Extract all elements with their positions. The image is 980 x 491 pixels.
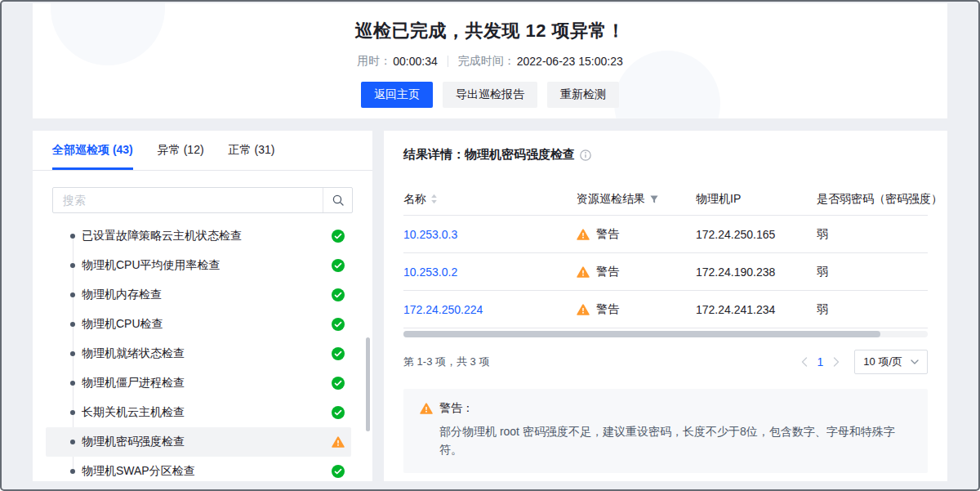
status-warning-icon — [332, 435, 345, 449]
current-page[interactable]: 1 — [817, 355, 824, 368]
export-report-button[interactable]: 导出巡检报告 — [443, 82, 537, 108]
warning-triangle-icon — [420, 402, 433, 415]
vertical-divider — [448, 56, 448, 67]
page-size-select[interactable]: 10 项/页 — [854, 350, 928, 374]
detail-header-label: 结果详情： — [403, 147, 465, 163]
page-size-value: 10 项/页 — [863, 355, 902, 369]
sort-icon[interactable] — [430, 194, 438, 204]
ip-cell: 172.24.241.234 — [696, 303, 817, 316]
tab-all-items[interactable]: 全部巡检项 (43) — [52, 131, 133, 170]
check-item-label: 长期关机云主机检查 — [82, 405, 185, 420]
search-box — [52, 187, 353, 213]
bullet-dot — [70, 381, 75, 386]
vertical-scrollbar[interactable] — [366, 337, 370, 431]
check-item-selected[interactable]: 物理机密码强度检查 — [46, 427, 351, 457]
bullet-dot — [70, 469, 75, 474]
result-detail-panel: 结果详情：物理机密码强度检查 名称 资源巡检结果 物理机IP 是否弱密码（密码强… — [384, 131, 947, 481]
warning-triangle-icon — [577, 266, 590, 279]
status-ok-icon — [332, 230, 345, 243]
filter-icon[interactable] — [649, 194, 659, 204]
status-ok-icon — [332, 288, 345, 301]
status-ok-icon — [332, 318, 345, 331]
check-list: 已设置故障策略云主机状态检查 物理机CPU平均使用率检查 物理机内存检查 物理机… — [33, 221, 372, 481]
bullet-dot — [70, 351, 75, 356]
check-item[interactable]: 物理机内存检查 — [46, 280, 351, 310]
banner-actions: 返回主页 导出巡检报告 重新检测 — [33, 82, 947, 108]
table-header-row: 名称 资源巡检结果 物理机IP 是否弱密码（密码强度） — [403, 183, 928, 216]
duration-label: 用时： — [357, 54, 391, 69]
table-row: 172.24.250.224 警告 172.24.241.234 弱 — [403, 291, 928, 328]
result-text: 警告 — [596, 302, 619, 317]
result-cell: 警告 — [577, 302, 696, 317]
bullet-dot — [70, 440, 75, 444]
status-ok-icon — [332, 406, 345, 419]
tab-abnormal[interactable]: 异常 (12) — [158, 131, 204, 170]
tab-normal[interactable]: 正常 (31) — [229, 131, 275, 170]
check-item-label: 物理机SWAP分区检查 — [82, 464, 195, 479]
check-item-label: 物理机内存检查 — [82, 288, 162, 302]
check-item[interactable]: 物理机SWAP分区检查 — [46, 457, 351, 481]
check-item[interactable]: 物理机CPU检查 — [46, 310, 351, 339]
result-cell: 警告 — [577, 227, 696, 242]
check-list-panel: 全部巡检项 (43) 异常 (12) 正常 (31) 已设置故障策略云主机状态检… — [33, 131, 372, 481]
inspection-result-page: 巡检已完成，共发现 12 项异常！ 用时： 00:00:34 完成时间： 202… — [0, 0, 980, 491]
check-item-label: 物理机密码强度检查 — [82, 435, 185, 449]
check-item-label: 物理机CPU检查 — [82, 317, 163, 332]
bullet-dot — [70, 292, 75, 297]
table-row: 10.253.0.2 警告 172.24.190.238 弱 — [403, 253, 928, 291]
title-suffix: 项异常！ — [546, 20, 626, 41]
bullet-dot — [70, 410, 75, 415]
status-ok-icon — [332, 465, 345, 478]
pagination-summary: 第 1-3 项，共 3 项 — [403, 355, 489, 369]
check-item-label: 物理机CPU平均使用率检查 — [82, 258, 220, 273]
search-input[interactable] — [53, 194, 323, 207]
chevron-right-icon[interactable] — [830, 357, 843, 367]
result-cell: 警告 — [577, 265, 696, 279]
back-home-button[interactable]: 返回主页 — [361, 82, 433, 108]
resource-link[interactable]: 10.253.0.3 — [403, 228, 457, 241]
duration-value: 00:00:34 — [393, 55, 438, 68]
check-item[interactable]: 已设置故障策略云主机状态检查 — [46, 221, 351, 251]
title-prefix: 巡检已完成，共发现 — [354, 20, 525, 41]
summary-banner: 巡检已完成，共发现 12 项异常！ 用时： 00:00:34 完成时间： 202… — [33, 3, 947, 118]
column-label: 名称 — [403, 192, 426, 207]
bullet-dot — [70, 234, 75, 239]
column-header-result: 资源巡检结果 — [577, 192, 696, 207]
search-icon[interactable] — [323, 188, 352, 212]
check-item[interactable]: 物理机就绪状态检查 — [46, 339, 351, 368]
horizontal-scrollbar-track — [403, 331, 928, 337]
chevron-down-icon — [911, 359, 919, 364]
anomaly-count: 12 — [526, 20, 546, 41]
warning-title: 警告： — [439, 401, 474, 416]
check-item[interactable]: 长期关机云主机检查 — [46, 398, 351, 427]
pagination-bar: 第 1-3 项，共 3 项 1 10 项/页 — [403, 350, 928, 374]
check-item-label: 物理机就绪状态检查 — [82, 346, 185, 361]
status-ok-icon — [332, 259, 345, 272]
chevron-left-icon[interactable] — [798, 357, 811, 367]
status-ok-icon — [332, 347, 345, 360]
weak-password-cell: 弱 — [817, 265, 928, 279]
detail-header: 结果详情：物理机密码强度检查 — [403, 131, 928, 163]
result-text: 警告 — [596, 265, 619, 279]
column-label: 资源巡检结果 — [577, 192, 645, 207]
resource-link[interactable]: 172.24.250.224 — [403, 303, 483, 316]
check-item[interactable]: 物理机僵尸进程检查 — [46, 368, 351, 398]
bullet-dot — [70, 263, 75, 268]
check-item[interactable]: 物理机CPU平均使用率检查 — [46, 251, 351, 280]
recheck-button[interactable]: 重新检测 — [547, 82, 619, 108]
column-header-ip: 物理机IP — [696, 192, 817, 207]
resource-link[interactable]: 10.253.0.2 — [403, 266, 457, 279]
ip-cell: 172.24.250.165 — [696, 228, 817, 241]
horizontal-scrollbar[interactable] — [403, 331, 880, 337]
detail-header-value: 物理机密码强度检查 — [465, 147, 575, 163]
result-text: 警告 — [596, 227, 619, 242]
finish-time-value: 2022-06-23 15:00:23 — [517, 55, 623, 68]
warning-message: 部分物理机 root 密码强度不足，建议重设密码，长度不少于8位，包含数字、字母… — [439, 422, 911, 459]
summary-meta: 用时： 00:00:34 完成时间： 2022-06-23 15:00:23 — [33, 54, 947, 69]
bullet-dot — [70, 322, 75, 327]
check-item-label: 物理机僵尸进程检查 — [82, 376, 185, 391]
column-label: 物理机IP — [696, 192, 741, 207]
check-tabs: 全部巡检项 (43) 异常 (12) 正常 (31) — [33, 131, 372, 171]
warning-message-box: 警告： 部分物理机 root 密码强度不足，建议重设密码，长度不少于8位，包含数… — [403, 389, 928, 473]
info-icon[interactable] — [580, 150, 591, 161]
